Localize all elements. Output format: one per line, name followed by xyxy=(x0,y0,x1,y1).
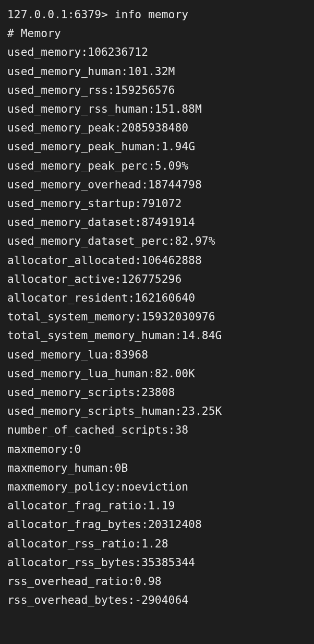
metric-line: used_memory_lua_human:82.00K xyxy=(7,364,307,383)
metric-key: used_memory_scripts xyxy=(7,386,135,399)
metric-separator: : xyxy=(148,102,155,115)
metric-separator: : xyxy=(68,443,75,456)
metric-line: total_system_memory_human:14.84G xyxy=(7,326,307,345)
metric-separator: : xyxy=(122,65,128,78)
metric-line: number_of_cached_scripts:38 xyxy=(7,421,307,439)
metric-separator: : xyxy=(115,480,122,493)
metric-line: used_memory_overhead:18744798 xyxy=(7,175,307,194)
metric-line: allocator_frag_bytes:20312408 xyxy=(7,515,307,534)
metric-value: -2904064 xyxy=(135,593,188,606)
metric-key: maxmemory_policy xyxy=(7,480,115,493)
metric-key: used_memory_peak xyxy=(7,121,115,134)
metric-key: used_memory_peak_human xyxy=(7,140,155,153)
metric-line: used_memory_peak_human:1.94G xyxy=(7,137,307,156)
metric-value: 23.25K xyxy=(182,404,222,418)
metric-separator: : xyxy=(128,593,135,606)
metric-line: used_memory_dataset_perc:82.97% xyxy=(7,232,307,251)
metric-separator: : xyxy=(141,499,148,512)
metric-value: 38 xyxy=(175,423,188,436)
metric-line: used_memory_scripts:23808 xyxy=(7,383,307,402)
prompt-line: 127.0.0.1:6379> info memory xyxy=(7,5,307,24)
metric-line: rss_overhead_ratio:0.98 xyxy=(7,572,307,591)
metric-value: 126775296 xyxy=(122,272,182,285)
metric-key: used_memory_dataset_perc xyxy=(7,234,168,247)
metric-key: total_system_memory_human xyxy=(7,329,175,342)
metric-line: used_memory_lua:83968 xyxy=(7,345,307,364)
metric-key: used_memory_peak_perc xyxy=(7,159,148,172)
metric-key: used_memory_overhead xyxy=(7,178,141,191)
metric-separator: : xyxy=(148,367,155,380)
metric-separator: : xyxy=(155,140,162,153)
metric-value: 0 xyxy=(75,443,81,456)
metric-key: allocator_rss_ratio xyxy=(7,537,135,550)
metric-separator: : xyxy=(175,404,182,418)
metric-key: used_memory_rss_human xyxy=(7,102,148,115)
metric-separator: : xyxy=(115,272,122,285)
metrics-list: used_memory:106236712used_memory_human:1… xyxy=(7,43,307,610)
metric-value: 791072 xyxy=(141,197,182,210)
metric-separator: : xyxy=(135,216,141,229)
section-header-line: # Memory xyxy=(7,24,307,43)
terminal-output[interactable]: 127.0.0.1:6379> info memory# Memoryused_… xyxy=(0,0,314,644)
metric-line: maxmemory_human:0B xyxy=(7,459,307,478)
metric-separator: : xyxy=(148,159,155,172)
metric-separator: : xyxy=(115,121,122,134)
metric-key: number_of_cached_scripts xyxy=(7,423,168,436)
metric-value: 0.98 xyxy=(135,575,161,588)
metric-key: used_memory_dataset xyxy=(7,216,135,229)
metric-line: used_memory_rss:159256576 xyxy=(7,81,307,100)
metric-value: 106236712 xyxy=(88,45,148,58)
metric-line: allocator_rss_ratio:1.28 xyxy=(7,534,307,553)
metric-key: rss_overhead_ratio xyxy=(7,575,128,588)
metric-line: used_memory:106236712 xyxy=(7,43,307,62)
metric-separator: : xyxy=(168,234,175,247)
metric-value: 1.19 xyxy=(148,499,175,512)
metric-value: 14.84G xyxy=(182,329,222,342)
metric-key: allocator_frag_bytes xyxy=(7,518,141,531)
metric-value: 0B xyxy=(115,461,128,474)
metric-value: 20312408 xyxy=(148,518,202,531)
metric-value: 35385344 xyxy=(141,556,195,569)
metric-separator: : xyxy=(168,423,175,436)
metric-value: 151.88M xyxy=(155,102,202,115)
metric-line: used_memory_human:101.32M xyxy=(7,62,307,81)
metric-separator: : xyxy=(128,575,135,588)
metric-key: allocator_active xyxy=(7,272,115,285)
metric-value: 15932030976 xyxy=(141,310,215,323)
metric-key: used_memory_scripts_human xyxy=(7,404,175,418)
metric-separator: : xyxy=(108,461,115,474)
metric-separator: : xyxy=(175,329,182,342)
metric-key: allocator_resident xyxy=(7,291,128,304)
section-header: # Memory xyxy=(7,27,61,40)
metric-key: used_memory_startup xyxy=(7,197,135,210)
metric-line: allocator_resident:162160640 xyxy=(7,289,307,307)
metric-key: allocator_rss_bytes xyxy=(7,556,135,569)
command: info memory xyxy=(115,8,188,21)
metric-key: used_memory_lua xyxy=(7,348,108,361)
metric-key: used_memory xyxy=(7,45,81,58)
metric-line: used_memory_startup:791072 xyxy=(7,194,307,213)
metric-value: 162160640 xyxy=(135,291,195,304)
metric-line: used_memory_scripts_human:23.25K xyxy=(7,402,307,421)
metric-separator: : xyxy=(141,178,148,191)
metric-value: 83968 xyxy=(115,348,148,361)
metric-value: 18744798 xyxy=(148,178,202,191)
metric-separator: : xyxy=(135,197,141,210)
metric-key: maxmemory xyxy=(7,443,68,456)
metric-line: used_memory_dataset:87491914 xyxy=(7,213,307,232)
metric-key: maxmemory_human xyxy=(7,461,108,474)
metric-value: 23808 xyxy=(141,386,175,399)
metric-line: allocator_rss_bytes:35385344 xyxy=(7,553,307,572)
metric-line: allocator_frag_ratio:1.19 xyxy=(7,496,307,515)
metric-line: allocator_active:126775296 xyxy=(7,270,307,289)
metric-value: noeviction xyxy=(122,480,189,493)
metric-separator: : xyxy=(135,254,141,267)
metric-line: maxmemory:0 xyxy=(7,440,307,459)
metric-key: allocator_allocated xyxy=(7,254,135,267)
metric-value: 1.28 xyxy=(141,537,168,550)
metric-line: rss_overhead_bytes:-2904064 xyxy=(7,591,307,610)
metric-value: 82.00K xyxy=(155,367,195,380)
metric-key: used_memory_lua_human xyxy=(7,367,148,380)
metric-line: used_memory_peak_perc:5.09% xyxy=(7,157,307,175)
metric-line: used_memory_peak:2085938480 xyxy=(7,118,307,137)
